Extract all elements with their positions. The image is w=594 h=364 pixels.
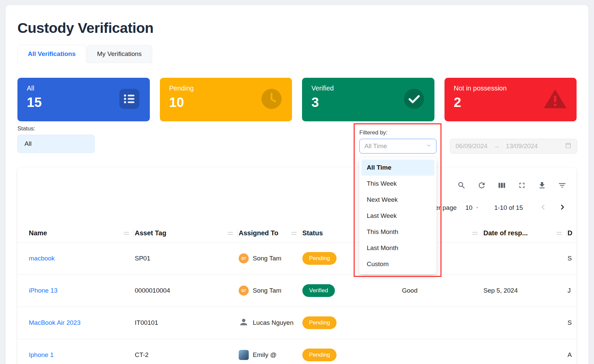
column-header-name[interactable]: Name [17, 224, 134, 242]
filter-dropdown-menu: All Time This Week Next Week Last Week T… [359, 158, 436, 274]
asset-name-link[interactable]: macbook [29, 255, 55, 262]
refresh-button[interactable] [477, 181, 486, 190]
date-cell: Sep 5, 2024 [483, 275, 567, 307]
stat-card-all[interactable]: All 15 [17, 78, 150, 121]
condition-cell [386, 339, 483, 364]
calendar-icon [565, 142, 572, 150]
column-resize-handle[interactable] [122, 230, 134, 237]
menu-item-custom[interactable]: Custom [361, 256, 434, 272]
stat-card-pending[interactable]: Pending 10 [160, 78, 292, 121]
table-row: macbook SP01 STSong Tam Pending S [17, 242, 577, 275]
avatar: ST [239, 253, 249, 263]
check-icon [403, 88, 425, 111]
refresh-icon [477, 186, 486, 191]
table-row: Iphone 1 CT-2 Emily @ Pending A [17, 339, 577, 364]
page-title: Custody Verification [17, 20, 577, 36]
column-header-assigned-to[interactable]: Assigned To [238, 224, 302, 242]
clipped-cell: A [567, 339, 577, 364]
table-row: iPhone 13 0000010004 STSong Tam Verified… [17, 275, 577, 307]
table-card: Rows per page 10 1-10 of 15 Name [17, 168, 577, 364]
rows-per-page-value: 10 [465, 204, 472, 211]
date-cell [483, 242, 567, 275]
table-toolbar [17, 168, 577, 190]
tab-bar: All Verifications My Verifications [17, 45, 577, 63]
search-icon [457, 186, 466, 191]
clipped-cell: J [567, 275, 577, 307]
column-resize-handle[interactable] [289, 230, 301, 237]
asset-name-link[interactable]: Iphone 1 [29, 351, 54, 358]
filtered-by-value: All Time [364, 142, 387, 150]
person-icon [239, 317, 249, 329]
date-cell [483, 339, 567, 364]
search-button[interactable] [457, 181, 466, 190]
menu-item-last-month[interactable]: Last Month [361, 240, 434, 256]
stat-card-not-in-possession[interactable]: Not in possession 2 [444, 78, 577, 121]
table-row: MacBook Air 2023 IT00101 Lucas Nguyen Pe… [17, 307, 577, 339]
condition-cell: Good [386, 275, 483, 307]
date-cell [483, 307, 567, 339]
chevron-left-icon [539, 207, 547, 212]
date-range-end: 13/09/2024 [506, 142, 538, 150]
status-badge: Verified [302, 284, 335, 297]
menu-item-all-time[interactable]: All Time [361, 160, 434, 176]
asset-name-link[interactable]: iPhone 13 [29, 287, 58, 294]
columns-button[interactable] [497, 181, 506, 190]
assignee-name: Song Tam [253, 287, 281, 294]
assignee-cell: Emily @ [239, 350, 302, 360]
next-page-button[interactable] [558, 203, 567, 212]
clock-icon [260, 88, 283, 111]
date-range-picker[interactable]: 06/09/2024 → 13/09/2024 [450, 139, 577, 154]
download-icon [538, 186, 546, 191]
assignee-cell: STSong Tam [239, 253, 302, 263]
clipped-cell: S [567, 242, 577, 275]
column-divider [301, 229, 302, 237]
column-resize-handle[interactable] [554, 230, 567, 237]
column-header-date-of-response[interactable]: Date of resp... [483, 224, 567, 242]
caret-down-icon [475, 204, 479, 211]
column-header-asset-tag[interactable]: Asset Tag [134, 224, 238, 242]
menu-item-this-week[interactable]: This Week [361, 176, 434, 192]
filtered-by-label: Filtered by: [359, 129, 388, 136]
asset-tag-cell: IT00101 [134, 307, 238, 339]
asset-name-link[interactable]: MacBook Air 2023 [29, 319, 80, 326]
assignee-name: Song Tam [253, 255, 281, 262]
prev-page-button[interactable] [539, 203, 547, 212]
filter-icon [558, 186, 567, 191]
menu-item-this-month[interactable]: This Month [361, 224, 434, 240]
assignee-name: Emily @ [253, 351, 277, 359]
menu-item-last-week[interactable]: Last Week [361, 208, 434, 224]
fullscreen-icon [518, 186, 526, 191]
column-resize-handle[interactable] [226, 230, 238, 237]
filtered-by-select[interactable]: All Time [359, 139, 436, 154]
condition-cell [386, 307, 483, 339]
main-panel: Custody Verification All Verifications M… [5, 5, 589, 364]
download-button[interactable] [538, 181, 546, 190]
photo-avatar [239, 350, 249, 360]
tab-all-verifications[interactable]: All Verifications [17, 45, 86, 63]
assignee-cell: STSong Tam [239, 286, 302, 296]
table-header-row: Name Asset Tag Assigned To Status Date o… [17, 224, 577, 242]
status-badge: Pending [302, 316, 337, 329]
date-range-start: 06/09/2024 [456, 142, 487, 150]
date-range-arrow: → [493, 142, 500, 150]
status-filter-value: All [24, 140, 32, 147]
pagination-range: 1-10 of 15 [494, 204, 523, 211]
column-resize-handle[interactable] [470, 230, 482, 237]
asset-tag-cell: 0000010004 [134, 275, 238, 307]
chevron-right-icon [558, 207, 567, 212]
status-badge: Pending [302, 349, 337, 361]
assignee-cell: Lucas Nguyen [239, 317, 302, 329]
tab-my-verifications[interactable]: My Verifications [87, 45, 152, 63]
status-badge: Pending [302, 252, 337, 265]
fullscreen-button[interactable] [518, 181, 526, 190]
clipped-cell: S [567, 307, 577, 339]
list-icon [118, 88, 140, 111]
stat-card-verified[interactable]: Verified 3 [302, 78, 434, 121]
filter-button[interactable] [558, 181, 567, 190]
column-header-clipped[interactable]: D [567, 224, 577, 242]
avatar: ST [239, 286, 249, 296]
rows-per-page-select[interactable]: 10 [465, 204, 479, 211]
chevron-down-icon [426, 142, 431, 150]
status-filter-select[interactable]: All [17, 135, 95, 153]
menu-item-next-week[interactable]: Next Week [361, 192, 434, 208]
